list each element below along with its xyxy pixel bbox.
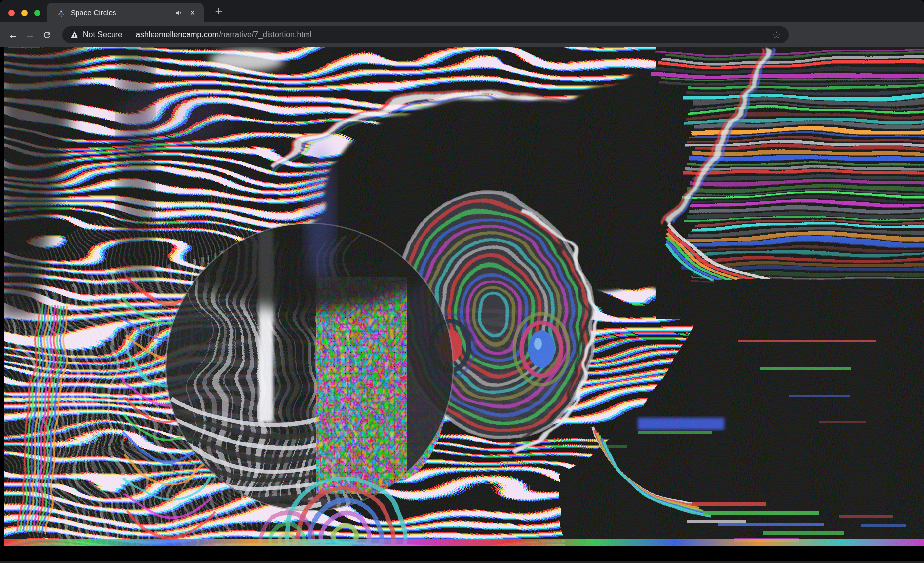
tab-strip: Space Circles × + [0, 0, 924, 22]
warning-triangle-icon: ! [70, 31, 78, 39]
audio-playing-icon[interactable] [175, 9, 183, 17]
tab-title: Space Circles [71, 8, 170, 17]
reload-icon [42, 30, 52, 40]
back-button[interactable]: ← [5, 29, 22, 40]
page-content [0, 47, 924, 563]
close-window-button[interactable] [8, 10, 15, 16]
bookmark-star-icon[interactable]: ☆ [772, 29, 781, 40]
zoom-window-button[interactable] [34, 10, 40, 16]
window-bottom-edge [0, 561, 924, 563]
forward-button[interactable]: → [22, 29, 38, 40]
chip-separator [129, 30, 129, 39]
art-rect [0, 47, 4, 546]
traffic-lights [8, 10, 40, 16]
minimize-window-button[interactable] [21, 10, 28, 16]
new-tab-button[interactable]: + [211, 4, 226, 19]
security-label: Not Secure [83, 30, 122, 39]
address-bar[interactable]: ! Not Secure ashleemellencamp.com/narrat… [62, 26, 789, 43]
tab-space-circles[interactable]: Space Circles × [47, 3, 204, 22]
warning-exclamation: ! [74, 33, 75, 38]
glitch-canvas [0, 47, 924, 546]
url-host: ashleemellencamp.com [136, 30, 219, 39]
grain-overlay [4, 47, 924, 546]
browser-window: Space Circles × + ← → ! [0, 0, 924, 563]
toolbar: ← → ! Not Secure ashleemellencamp.com/na… [0, 22, 924, 47]
tab-close-icon[interactable]: × [188, 8, 197, 17]
security-chip[interactable]: ! Not Secure [70, 30, 122, 39]
url-text: ashleemellencamp.com/narrative/7_distort… [136, 30, 312, 39]
url-path: /narrative/7_distortion.html [219, 30, 312, 39]
reload-button[interactable] [38, 30, 55, 40]
rocket-favicon-icon [57, 8, 66, 17]
